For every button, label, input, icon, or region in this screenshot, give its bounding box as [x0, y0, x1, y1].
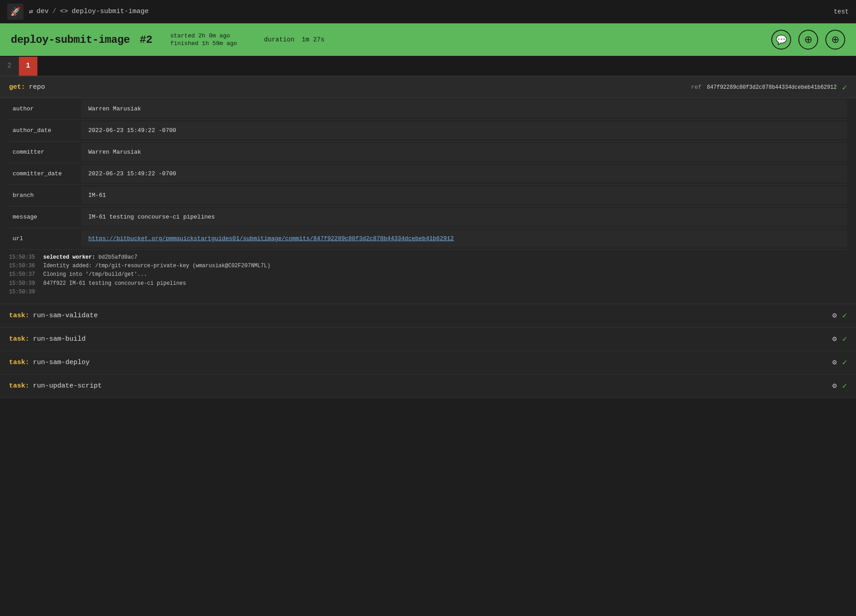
log-text-4: 847f922 IM-61 testing concourse-ci pipel…: [43, 279, 186, 288]
task-keyword-1: task:: [9, 312, 29, 319]
log-time-5: 15:50:39: [9, 288, 36, 297]
add-icon: ⊕: [831, 34, 839, 46]
task-icons-4: ⚙ ✓: [833, 381, 847, 391]
info-table: author Warren Marusiak author_date 2022-…: [0, 98, 856, 250]
info-row-author-date: author_date 2022-06-23 15:49:22 -0700: [9, 120, 847, 141]
value-branch: IM-61: [81, 187, 847, 204]
check-icon-3: ✓: [842, 357, 847, 367]
task-keyword-2: task:: [9, 335, 29, 343]
gear-icon-1[interactable]: ⚙: [833, 311, 837, 320]
get-resource-name: repo: [29, 83, 45, 91]
task-icons-2: ⚙ ✓: [833, 334, 847, 344]
get-ref: ref 847f92289c80f3d2c878b44334dcebeb41b6…: [691, 82, 847, 92]
gear-icon-4[interactable]: ⚙: [833, 381, 837, 390]
log-time-2: 15:50:36: [9, 262, 36, 270]
task-name-1: run-sam-validate: [33, 312, 98, 319]
finished-time: finished 1h 59m ago: [170, 40, 237, 47]
value-url[interactable]: https://bitbucket.org/pmmquickstartguide…: [81, 230, 847, 247]
value-committer: Warren Marusiak: [81, 143, 847, 161]
info-row-committer-date: committer_date 2022-06-23 15:49:22 -0700: [9, 163, 847, 185]
task-name-3: run-sam-deploy: [33, 359, 90, 366]
breadcrumb: ⇄ dev / <> deploy-submit-image: [29, 7, 149, 16]
page-title: deploy-submit-image #2: [11, 34, 152, 46]
info-row-message: message IM-61 testing concourse-ci pipel…: [9, 206, 847, 228]
add-button[interactable]: ⊕: [825, 30, 845, 50]
info-row-url: url https://bitbucket.org/pmmquickstartg…: [9, 228, 847, 250]
duration-value: 1m 27s: [302, 36, 324, 43]
value-message: IM-61 testing concourse-ci pipelines: [81, 208, 847, 226]
check-icon-2: ✓: [842, 334, 847, 344]
log-time-3: 15:50:37: [9, 270, 36, 279]
tab-1[interactable]: 1: [19, 57, 38, 76]
task-run-update-script[interactable]: task: run-update-script ⚙ ✓: [0, 374, 856, 398]
get-header: get: repo ref 847f92289c80f3d2c878b44334…: [0, 77, 856, 98]
check-icon-1: ✓: [842, 310, 847, 320]
chat-button[interactable]: 💬: [771, 30, 791, 50]
log-time-4: 15:50:39: [9, 279, 36, 288]
log-line-3: 15:50:37 Cloning into '/tmp/build/get'..…: [9, 270, 847, 279]
task-name-2: run-sam-build: [33, 335, 86, 343]
log-text-2: Identity added: /tmp/git-resource-privat…: [43, 262, 270, 270]
task-name-4: run-update-script: [33, 382, 102, 390]
breadcrumb-pipeline[interactable]: deploy-submit-image: [72, 8, 149, 15]
repo-url-link[interactable]: https://bitbucket.org/pmmquickstartguide…: [88, 235, 454, 242]
log-line-2: 15:50:36 Identity added: /tmp/git-resour…: [9, 262, 847, 270]
breadcrumb-sep1: /: [52, 8, 56, 15]
duration-label: duration: [264, 36, 294, 43]
trigger-icon: ⊕: [804, 34, 812, 46]
log-line-4: 15:50:39 847f922 IM-61 testing concourse…: [9, 279, 847, 288]
key-committer: committer: [9, 143, 81, 161]
build-meta: started 2h 0m ago finished 1h 59m ago: [170, 32, 237, 47]
task-run-sam-deploy[interactable]: task: run-sam-deploy ⚙ ✓: [0, 351, 856, 374]
trigger-build-button[interactable]: ⊕: [798, 30, 818, 50]
task-icons-3: ⚙ ✓: [833, 357, 847, 367]
tab-bar: 2 1: [0, 56, 856, 77]
ref-label: ref: [691, 84, 701, 91]
log-text-1: selected worker: bd2b5afd0ac7: [43, 253, 137, 262]
key-author: author: [9, 100, 81, 118]
breadcrumb-dev[interactable]: dev: [36, 8, 49, 15]
ref-hash: 847f92289c80f3d2c878b44334dcebeb41b62912: [707, 84, 837, 91]
key-author-date: author_date: [9, 122, 81, 139]
header-actions: 💬 ⊕ ⊕: [771, 30, 845, 50]
value-author: Warren Marusiak: [81, 100, 847, 118]
started-time: started 2h 0m ago: [170, 32, 237, 39]
breadcrumb-code-icon: <>: [60, 8, 68, 15]
log-section: 15:50:35 selected worker: bd2b5afd0ac7 1…: [0, 250, 856, 304]
top-nav: 🚀 ⇄ dev / <> deploy-submit-image test: [0, 0, 856, 23]
info-row-committer: committer Warren Marusiak: [9, 141, 847, 163]
log-line-5: 15:50:39: [9, 288, 847, 297]
key-committer-date: committer_date: [9, 165, 81, 183]
key-branch: branch: [9, 187, 81, 204]
value-committer-date: 2022-06-23 15:49:22 -0700: [81, 165, 847, 183]
key-url: url: [9, 230, 81, 247]
key-message: message: [9, 208, 81, 226]
main-content: get: repo ref 847f92289c80f3d2c878b44334…: [0, 77, 856, 398]
get-section: get: repo ref 847f92289c80f3d2c878b44334…: [0, 77, 856, 304]
info-row-branch: branch IM-61: [9, 185, 847, 206]
task-icons-1: ⚙ ✓: [833, 310, 847, 320]
task-run-sam-build[interactable]: task: run-sam-build ⚙ ✓: [0, 328, 856, 351]
check-icon-4: ✓: [842, 381, 847, 391]
task-run-sam-validate[interactable]: task: run-sam-validate ⚙ ✓: [0, 304, 856, 328]
get-check-icon: ✓: [842, 82, 847, 92]
breadcrumb-pipeline-icon: ⇄: [29, 7, 33, 16]
tab-2[interactable]: 2: [0, 57, 19, 76]
gear-icon-2[interactable]: ⚙: [833, 334, 837, 343]
header-bar: deploy-submit-image #2 started 2h 0m ago…: [0, 23, 856, 56]
task-keyword-4: task:: [9, 382, 29, 390]
gear-icon-3[interactable]: ⚙: [833, 358, 837, 367]
duration: duration 1m 27s: [264, 36, 324, 43]
info-row-author: author Warren Marusiak: [9, 98, 847, 120]
build-number: #2: [140, 34, 152, 46]
log-text-3: Cloning into '/tmp/build/get'...: [43, 270, 147, 279]
value-author-date: 2022-06-23 15:49:22 -0700: [81, 122, 847, 139]
nav-user: test: [833, 8, 849, 15]
task-keyword-3: task:: [9, 359, 29, 366]
chat-icon: 💬: [776, 34, 787, 45]
app-logo[interactable]: 🚀: [7, 4, 23, 20]
pipeline-name: deploy-submit-image: [11, 34, 130, 46]
get-keyword: get:: [9, 83, 25, 91]
log-line-1: 15:50:35 selected worker: bd2b5afd0ac7: [9, 253, 847, 262]
log-time-1: 15:50:35: [9, 253, 36, 262]
